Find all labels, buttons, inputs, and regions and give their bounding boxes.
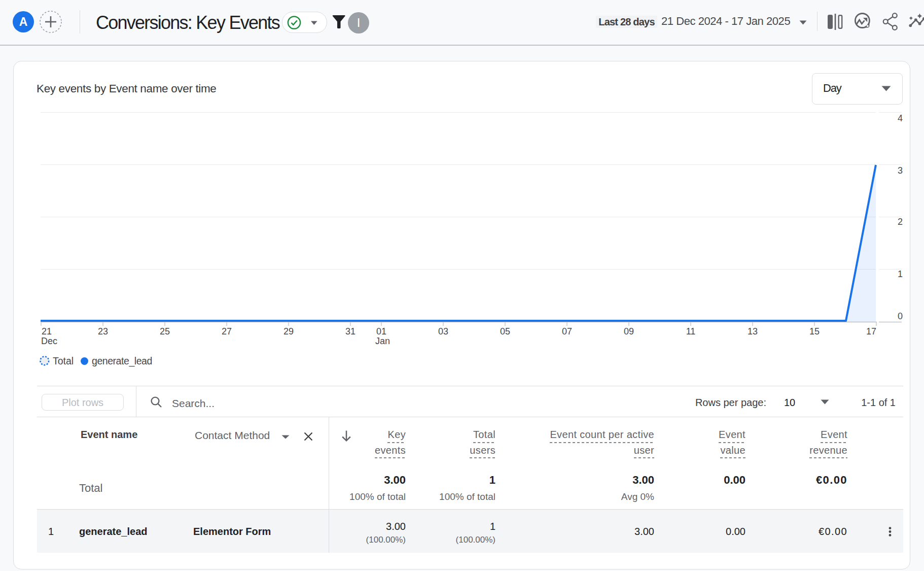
svg-text:27: 27 xyxy=(222,326,232,337)
svg-text:09: 09 xyxy=(624,326,634,337)
svg-text:15: 15 xyxy=(809,326,820,337)
svg-text:4: 4 xyxy=(898,113,903,123)
svg-text:03: 03 xyxy=(438,326,448,337)
svg-text:3: 3 xyxy=(898,165,903,176)
svg-text:17: 17 xyxy=(866,326,876,337)
svg-text:Dec: Dec xyxy=(41,336,57,346)
svg-text:31: 31 xyxy=(345,326,356,337)
svg-text:01: 01 xyxy=(376,326,386,337)
svg-text:25: 25 xyxy=(160,326,170,337)
svg-text:2: 2 xyxy=(898,217,903,227)
svg-text:Jan: Jan xyxy=(375,336,390,346)
svg-text:13: 13 xyxy=(748,326,758,337)
svg-text:07: 07 xyxy=(562,326,572,337)
svg-text:0: 0 xyxy=(898,311,903,321)
svg-text:23: 23 xyxy=(98,326,108,337)
svg-text:21: 21 xyxy=(42,326,52,337)
svg-text:05: 05 xyxy=(500,326,510,337)
svg-text:1: 1 xyxy=(898,269,903,279)
svg-text:11: 11 xyxy=(686,326,696,337)
svg-text:29: 29 xyxy=(283,326,294,337)
